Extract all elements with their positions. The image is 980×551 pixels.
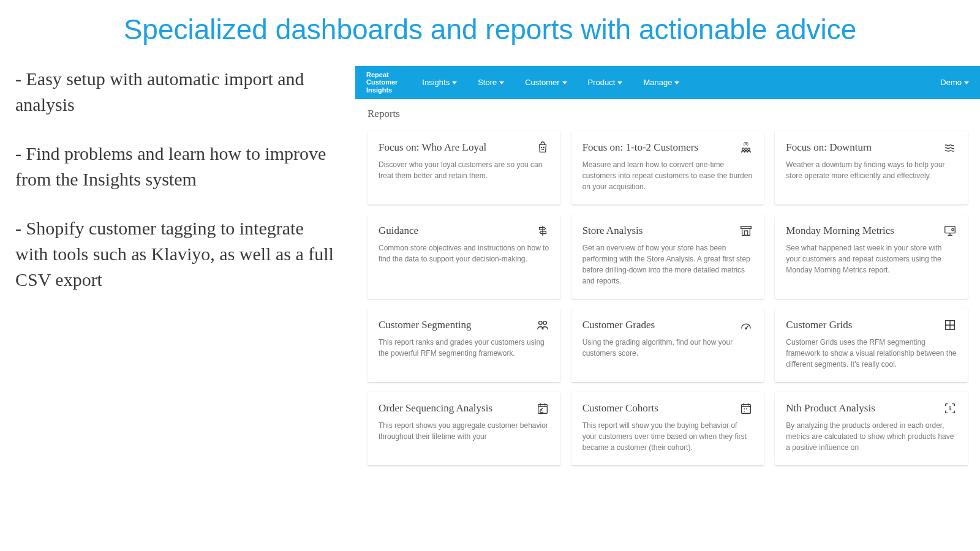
chevron-down-icon (674, 81, 679, 84)
card-description: This report ranks and grades your custom… (379, 337, 549, 359)
nav-demo[interactable]: Demo (940, 78, 969, 87)
chevron-down-icon (617, 81, 622, 84)
card-description: Using the grading algorithm, find our ho… (582, 337, 753, 359)
card-title: Customer Grids (786, 318, 852, 331)
chevron-down-icon (562, 81, 567, 84)
card-description: Customer Grids uses the RFM segmenting f… (786, 337, 957, 370)
chevron-down-icon (452, 81, 457, 84)
nav-product[interactable]: Product (588, 78, 623, 87)
card-title: Focus on: Downturn (786, 141, 872, 154)
report-card[interactable]: Monday Morning MetricsSee what happened … (775, 214, 968, 299)
nav-manage[interactable]: Manage (643, 78, 679, 87)
waves-icon (943, 141, 957, 154)
nav-store[interactable]: Store (478, 78, 504, 87)
chevron-down-icon (964, 81, 969, 84)
card-title: Focus on: Who Are Loyal (379, 141, 486, 154)
bag-icon (536, 141, 549, 154)
card-title: Nth Product Analysis (786, 402, 875, 414)
card-title: Focus on: 1-to-2 Customers (582, 141, 698, 154)
section-title: Reports (355, 99, 980, 131)
card-description: Get an overview of how your store has be… (582, 242, 753, 287)
card-description: Discover who your loyal customers are so… (379, 159, 549, 181)
nav-customer[interactable]: Customer (525, 78, 567, 87)
report-card[interactable]: Customer GridsCustomer Grids uses the RF… (775, 309, 968, 382)
report-card[interactable]: Order Sequencing AnalysisThis report sho… (368, 392, 560, 465)
card-description: This report will show you the buying beh… (582, 420, 753, 453)
card-title: Order Sequencing Analysis (379, 402, 492, 414)
report-card[interactable]: Store AnalysisGet an overview of how you… (571, 214, 764, 299)
card-description: Measure and learn how to convert one-tim… (582, 159, 753, 192)
report-card[interactable]: Customer CohortsThis report will show yo… (571, 392, 764, 465)
feature-bullets: - Easy setup with automatic import and a… (0, 66, 355, 552)
card-title: Store Analysis (582, 224, 643, 237)
report-card[interactable]: Customer SegmentingThis report ranks and… (368, 309, 560, 382)
card-description: This report shows you aggregate customer… (379, 420, 549, 442)
navbar: Repeat Customer Insights Insights Store … (355, 66, 980, 99)
bullet-item: - Find problems and learn how to improve… (15, 141, 337, 192)
report-card[interactable]: GuidanceCommon store objectives and inst… (368, 214, 560, 299)
card-description: Common store objectives and instructions… (379, 242, 549, 264)
report-card[interactable]: Customer GradesUsing the grading algorit… (571, 309, 764, 382)
nav-insights[interactable]: Insights (422, 78, 457, 87)
scan-money-icon (943, 402, 957, 415)
report-card[interactable]: Focus on: Who Are LoyalDiscover who your… (368, 131, 560, 204)
calendar-icon (739, 402, 753, 415)
report-card[interactable]: Focus on: 1-to-2 CustomersMeasure and le… (571, 131, 764, 204)
card-description: See what happened last week in your stor… (786, 242, 957, 276)
bullet-item: - Shopify customer tagging to integrate … (15, 216, 337, 293)
card-description: Weather a downturn by finding ways to he… (786, 159, 957, 181)
page-headline: Specialized dashboards and reports with … (0, 0, 980, 66)
app-screenshot: Repeat Customer Insights Insights Store … (355, 66, 980, 465)
card-title: Guidance (379, 224, 418, 237)
card-title: Monday Morning Metrics (786, 224, 894, 237)
bullet-item: - Easy setup with automatic import and a… (15, 66, 337, 118)
dial-icon (739, 318, 753, 332)
brand-logo[interactable]: Repeat Customer Insights (366, 71, 398, 93)
grid-icon (943, 318, 957, 332)
people-money-icon (739, 141, 753, 154)
report-card[interactable]: Focus on: DownturnWeather a downturn by … (775, 131, 968, 204)
calendar-cycle-icon (536, 402, 549, 415)
card-description: By analyzing the products ordered in eac… (786, 420, 957, 453)
monitor-icon (943, 224, 957, 238)
card-title: Customer Cohorts (582, 402, 658, 414)
signpost-icon (536, 224, 549, 238)
card-title: Customer Segmenting (379, 318, 472, 331)
chevron-down-icon (499, 81, 504, 84)
group-icon (536, 318, 549, 332)
report-card[interactable]: Nth Product AnalysisBy analyzing the pro… (775, 392, 968, 465)
card-title: Customer Grades (582, 318, 655, 331)
storefront-icon (739, 224, 753, 238)
